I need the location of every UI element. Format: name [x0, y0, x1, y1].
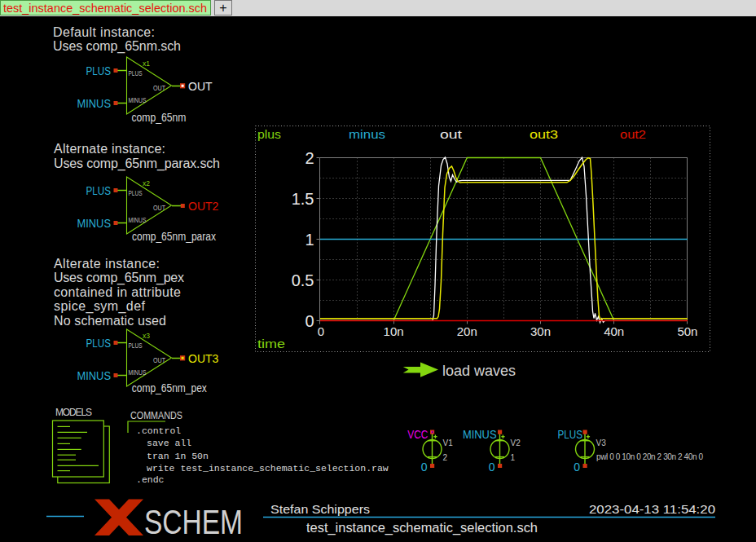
svg-text:save all: save all [147, 438, 191, 448]
svg-text:minus: minus [349, 127, 385, 141]
svg-text:time: time [257, 337, 285, 350]
svg-text:test_instance_schematic_select: test_instance_schematic_selection.sch [3, 1, 207, 15]
svg-text:0.5: 0.5 [292, 271, 314, 289]
svg-text:MODELS: MODELS [55, 407, 92, 418]
svg-text:Default instance:: Default instance: [53, 25, 155, 39]
svg-text:2: 2 [443, 453, 448, 462]
svg-text:COMMANDS: COMMANDS [130, 410, 182, 421]
svg-text:Alterate instance:: Alterate instance: [54, 257, 160, 271]
svg-text:contained in attribute: contained in attribute [54, 285, 181, 299]
svg-text:VCC: VCC [407, 427, 428, 441]
svg-text:OUT: OUT [153, 356, 165, 364]
svg-text:0: 0 [489, 460, 495, 474]
svg-text:50n: 50n [677, 324, 697, 338]
svg-text:x1: x1 [143, 59, 150, 68]
svg-text:.control: .control [136, 425, 181, 436]
svg-text:OUT: OUT [188, 80, 213, 93]
svg-text:10n: 10n [384, 324, 404, 338]
svg-text:PLUS: PLUS [129, 342, 143, 350]
svg-text:V1: V1 [443, 438, 454, 447]
svg-text:2023-04-13 11:54:20: 2023-04-13 11:54:20 [589, 502, 715, 516]
svg-text:out2: out2 [620, 127, 646, 141]
svg-text:plus: plus [257, 127, 281, 141]
svg-text:Uses comp_65nm.sch: Uses comp_65nm.sch [53, 39, 181, 54]
svg-text:x2: x2 [143, 179, 150, 187]
svg-text:1: 1 [511, 453, 516, 462]
svg-text:OUT3: OUT3 [188, 352, 219, 365]
svg-text:0: 0 [421, 460, 428, 474]
svg-text:comp_65nm_parax: comp_65nm_parax [132, 230, 216, 243]
svg-text:PLUS: PLUS [86, 337, 112, 350]
svg-text:comp_65nm: comp_65nm [132, 111, 187, 124]
svg-text:Uses comp_65nm_pex: Uses comp_65nm_pex [54, 271, 184, 285]
svg-text:PLUS: PLUS [86, 64, 112, 77]
svg-text:PLUS: PLUS [558, 428, 583, 441]
svg-text:SCHEM: SCHEM [144, 502, 243, 541]
svg-text:OUT: OUT [153, 84, 165, 92]
svg-text:load waves: load waves [442, 363, 516, 379]
svg-text:out: out [440, 127, 463, 141]
svg-text:PLUS: PLUS [129, 189, 143, 197]
svg-text:V2: V2 [511, 438, 521, 447]
svg-text:Uses comp_65nm_parax.sch: Uses comp_65nm_parax.sch [54, 156, 220, 171]
svg-text:+: + [219, 1, 226, 15]
svg-text:40n: 40n [604, 324, 624, 338]
svg-text:.endc: .endc [136, 474, 165, 485]
svg-text:PLUS: PLUS [129, 69, 143, 77]
svg-text:MINUS: MINUS [77, 97, 112, 110]
svg-text:0: 0 [574, 460, 580, 474]
svg-text:30n: 30n [530, 324, 551, 338]
svg-text:MINUS: MINUS [463, 428, 497, 441]
svg-text:test_instance_schematic_select: test_instance_schematic_selection.sch [306, 521, 538, 535]
svg-text:tran 1n 50n: tran 1n 50n [147, 451, 209, 461]
svg-text:V3: V3 [596, 438, 607, 447]
svg-text:MINUS: MINUS [129, 96, 147, 104]
svg-text:comp_65nm_pex: comp_65nm_pex [132, 381, 207, 394]
svg-text:PLUS: PLUS [86, 184, 112, 197]
svg-text:20n: 20n [457, 324, 477, 338]
svg-text:OUT: OUT [153, 204, 165, 212]
svg-text:2: 2 [305, 149, 314, 167]
svg-text:pwl 0 0 10n 0 20n 2 30n 2 40n: pwl 0 0 10n 0 20n 2 30n 2 40n 0 [596, 452, 703, 461]
svg-text:spice_sym_def: spice_sym_def [54, 299, 146, 314]
svg-text:Alternate instance:: Alternate instance: [54, 142, 165, 156]
svg-text:write test_instance_schematic_: write test_instance_schematic_selection.… [147, 463, 389, 474]
svg-text:Stefan Schippers: Stefan Schippers [270, 503, 370, 516]
svg-text:0: 0 [318, 324, 324, 338]
svg-text:No schematic used: No schematic used [54, 314, 166, 328]
svg-text:1.5: 1.5 [292, 190, 314, 208]
svg-text:MINUS: MINUS [129, 216, 147, 224]
svg-text:MINUS: MINUS [77, 369, 112, 382]
svg-text:MINUS: MINUS [77, 217, 112, 230]
svg-text:x3: x3 [143, 332, 150, 340]
svg-text:0: 0 [305, 312, 314, 330]
svg-text:out3: out3 [530, 127, 558, 141]
svg-text:MINUS: MINUS [129, 368, 147, 377]
svg-text:1: 1 [305, 231, 314, 249]
svg-text:OUT2: OUT2 [188, 200, 219, 213]
